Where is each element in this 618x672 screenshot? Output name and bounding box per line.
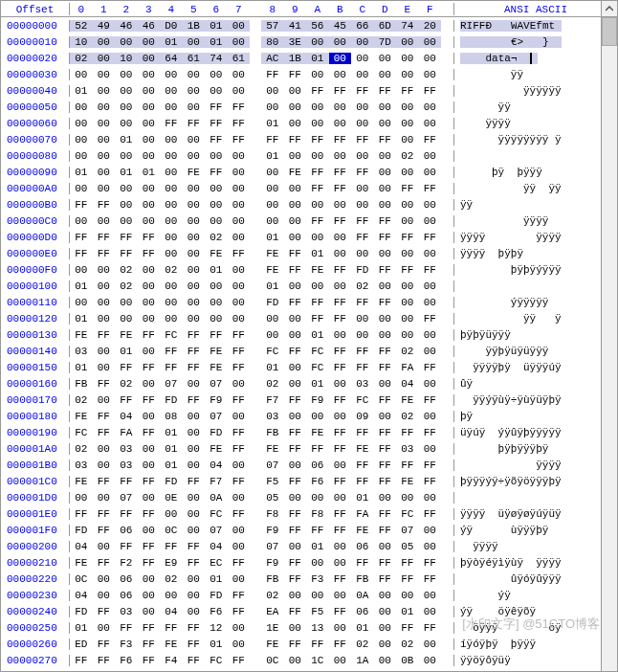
hex-byte[interactable]: FF [374,443,397,455]
hex-byte[interactable]: 00 [138,150,161,162]
hex-byte[interactable]: 01 [261,232,284,243]
hex-byte[interactable]: FF [351,85,374,97]
hex-byte[interactable]: 00 [419,492,442,504]
hex-byte[interactable]: 00 [183,459,206,471]
hex-byte[interactable]: FF [284,638,307,650]
hex-byte[interactable]: FD [160,476,183,487]
hex-byte[interactable]: 45 [329,20,352,32]
hex-byte[interactable]: FF [183,346,206,357]
hex-byte[interactable]: 00 [138,69,161,80]
hex-byte[interactable]: FF [93,232,116,243]
hex-byte[interactable]: 01 [160,427,183,438]
hex-byte[interactable]: 00 [329,101,352,113]
hex-byte[interactable]: 74 [396,20,419,32]
hex-byte[interactable]: 01 [306,329,329,341]
hex-byte[interactable]: 03 [115,606,138,617]
hex-byte[interactable]: 3E [284,36,307,48]
offset-cell[interactable]: 00000100 [1,280,70,292]
hex-byte[interactable]: 00 [183,590,206,601]
hex-byte[interactable]: 00 [396,297,419,308]
hex-byte[interactable]: FF [351,167,374,178]
hex-byte[interactable]: 00 [419,118,442,129]
hex-col-header-E[interactable]: E [396,4,419,15]
hex-byte[interactable]: 01 [138,167,161,178]
hex-byte[interactable]: 00 [183,606,206,617]
hex-byte[interactable]: FF [374,557,397,569]
ascii-cell[interactable]: üÿúÿ ýÿûÿþÿÿÿÿÿ [454,427,601,438]
hex-byte[interactable]: 01 [261,150,284,162]
hex-byte[interactable]: 02 [396,346,419,357]
hex-byte[interactable]: 00 [138,118,161,129]
hex-byte[interactable]: 03 [261,411,284,422]
hex-byte[interactable]: FF [183,394,206,406]
ascii-cell[interactable]: þÿþÿüÿÿÿ [454,329,601,341]
hex-byte[interactable]: 00 [351,53,374,64]
hex-byte[interactable]: 00 [160,69,183,80]
hex-byte[interactable]: 00 [261,101,284,113]
hex-byte[interactable]: FC [70,427,93,438]
hex-byte[interactable]: FF [284,476,307,487]
hex-byte[interactable]: F9 [261,557,284,569]
hex-byte[interactable]: FF [329,297,352,308]
hex-byte[interactable]: FF [284,297,307,308]
hex-byte[interactable]: FF [351,232,374,243]
hex-byte[interactable]: 00 [70,264,93,276]
hex-byte[interactable]: 05 [261,492,284,504]
hex-byte[interactable]: 02 [160,264,183,276]
hex-byte[interactable]: FF [306,183,329,194]
hex-byte[interactable]: 02 [351,638,374,650]
hex-byte[interactable]: FF [329,167,352,178]
hex-byte[interactable]: 00 [93,36,116,48]
hex-byte[interactable]: F8 [306,508,329,520]
hex-byte[interactable]: F8 [261,508,284,520]
hex-byte[interactable]: FF [306,443,329,455]
hex-byte[interactable]: 1E [261,622,284,634]
hex-byte[interactable]: FF [374,264,397,276]
hex-byte[interactable]: 00 [396,313,419,325]
hex-byte[interactable]: 57 [261,20,284,32]
hex-byte[interactable]: FF [228,134,251,146]
hex-byte[interactable]: F9 [205,394,228,406]
offset-cell[interactable]: 00000090 [1,167,70,178]
hex-byte[interactable]: 00 [93,443,116,455]
ascii-cell[interactable]: ýÿÿÿÿÿ [454,297,601,308]
hex-byte[interactable]: 00 [419,280,442,292]
hex-byte[interactable]: 00 [138,443,161,455]
hex-byte[interactable]: 01 [306,53,329,64]
hex-byte[interactable]: AC [261,53,284,64]
hex-col-header-C[interactable]: C [351,4,374,15]
hex-byte[interactable]: FF [228,590,251,601]
hex-byte[interactable]: FF [306,134,329,146]
hex-byte[interactable]: 00 [115,183,138,194]
hex-byte[interactable]: 0C [70,573,93,585]
hex-byte[interactable]: FF [419,508,442,520]
hex-byte[interactable]: FF [228,394,251,406]
hex-byte[interactable]: ED [70,638,93,650]
hex-byte[interactable]: 00 [306,492,329,504]
hex-byte[interactable]: 00 [160,167,183,178]
hex-byte[interactable]: FA [115,427,138,438]
offset-cell[interactable]: 000000C0 [1,215,70,227]
hex-byte[interactable]: 10 [115,53,138,64]
hex-byte[interactable]: FF [351,297,374,308]
hex-byte[interactable]: FE [205,248,228,259]
hex-byte[interactable]: 01 [70,280,93,292]
hex-byte[interactable]: 00 [419,411,442,422]
hex-byte[interactable]: 00 [70,297,93,308]
hex-byte[interactable]: 00 [284,378,307,390]
ascii-cell[interactable]: RIFFÐ WAVEfmt [454,20,601,32]
ascii-cell[interactable]: ûÿóÿûÿÿÿ [454,573,601,585]
hex-byte[interactable]: 01 [261,280,284,292]
hex-byte[interactable]: 1A [351,655,374,666]
hex-byte[interactable]: 00 [284,150,307,162]
hex-byte[interactable]: 01 [306,248,329,259]
hex-byte[interactable]: FC [306,346,329,357]
hex-byte[interactable]: FF [115,476,138,487]
hex-byte[interactable]: 07 [205,378,228,390]
hex-byte[interactable]: 02 [70,443,93,455]
ascii-cell[interactable]: þÿÿÿýÿ÷ÿõÿöÿÿÿþÿ [454,476,601,487]
hex-byte[interactable]: EA [261,606,284,617]
offset-cell[interactable]: 00000120 [1,313,70,325]
hex-byte[interactable]: 01 [160,36,183,48]
hex-byte[interactable]: 00 [205,215,228,227]
